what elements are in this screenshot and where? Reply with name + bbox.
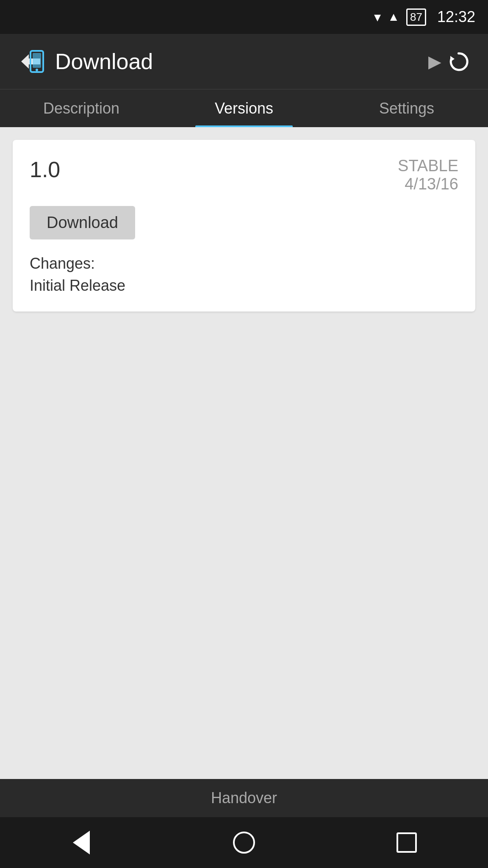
version-stable-label: STABLE xyxy=(398,157,458,175)
refresh-button[interactable] xyxy=(441,45,475,78)
toolbar-title: Download xyxy=(55,49,424,74)
bottom-bar-text: Handover xyxy=(211,789,277,807)
tab-settings[interactable]: Settings xyxy=(325,89,488,127)
changes-text: Initial Release xyxy=(30,277,125,294)
toolbar: Download ▶ xyxy=(0,34,488,89)
wifi-icon: ▾ xyxy=(374,9,381,25)
svg-marker-4 xyxy=(450,56,455,62)
svg-rect-2 xyxy=(33,53,41,68)
download-button[interactable]: Download xyxy=(30,206,135,239)
version-header: 1.0 STABLE 4/13/16 xyxy=(30,157,458,193)
changes-label: Changes: xyxy=(30,255,458,273)
status-icons: ▾ ▲ 87 12:32 xyxy=(374,8,475,26)
tab-versions[interactable]: Versions xyxy=(163,89,325,127)
signal-icon: ▲ xyxy=(388,10,399,24)
main-content: 1.0 STABLE 4/13/16 Download Changes: Ini… xyxy=(0,127,488,779)
dropdown-arrow-icon: ▶ xyxy=(428,52,441,71)
version-number: 1.0 xyxy=(30,157,60,182)
android-nav-bar xyxy=(0,817,488,868)
status-time: 12:32 xyxy=(437,8,475,26)
version-date: 4/13/16 xyxy=(398,175,458,193)
svg-point-3 xyxy=(36,69,38,71)
version-card: 1.0 STABLE 4/13/16 Download Changes: Ini… xyxy=(13,140,475,312)
tab-description[interactable]: Description xyxy=(0,89,163,127)
android-recent-button[interactable] xyxy=(390,826,424,860)
battery-icon: 87 xyxy=(406,8,426,26)
android-home-button[interactable] xyxy=(227,826,261,860)
version-meta: STABLE 4/13/16 xyxy=(398,157,458,193)
nav-tabs: Description Versions Settings xyxy=(0,89,488,127)
android-back-button[interactable] xyxy=(64,826,98,860)
status-bar: ▾ ▲ 87 12:32 xyxy=(0,0,488,34)
app-icon xyxy=(13,47,47,76)
bottom-bar: Handover xyxy=(0,779,488,817)
